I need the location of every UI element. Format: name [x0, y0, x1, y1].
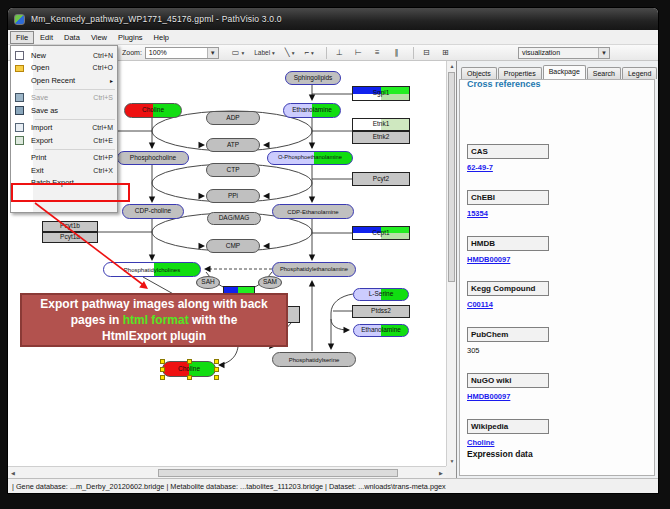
node-ethanolamine-2[interactable]: Ethanolamine: [353, 324, 409, 337]
selection-handle[interactable]: [187, 375, 192, 380]
align-center-button[interactable]: ⊥: [332, 46, 347, 59]
node-label: Choline: [142, 107, 164, 114]
connector-tool-button[interactable]: ⌐▾: [301, 46, 316, 59]
selection-handle[interactable]: [214, 367, 219, 372]
node-choline[interactable]: Choline: [124, 103, 182, 118]
menu-item-label: Open Recent: [31, 76, 75, 85]
file-menu-item-open-recent[interactable]: Open Recent▸: [11, 74, 117, 87]
node-label: Cept1: [372, 230, 389, 237]
vertical-scroll-thumb[interactable]: [448, 72, 455, 282]
canvas-vertical-scrollbar[interactable]: ▲ ▼: [446, 61, 456, 466]
tab-legend[interactable]: Legend: [622, 67, 657, 79]
gene-pcyt1b[interactable]: Pcyt1b: [42, 221, 98, 232]
node-label: Sphingolipids: [294, 75, 333, 82]
node-phosphatidylserine[interactable]: Phosphatidylserine: [272, 352, 356, 367]
node-phosphocholine[interactable]: Phosphocholine: [117, 151, 189, 165]
common-height-button[interactable]: ⊞: [438, 46, 453, 59]
menu-item-shortcut: Ctrl+X: [93, 167, 113, 174]
menu-view[interactable]: View: [86, 32, 112, 43]
node-adp[interactable]: ADP: [206, 111, 260, 125]
chevron-down-icon[interactable]: ▾: [311, 50, 314, 56]
file-menu-item-open[interactable]: OpenCtrl+O: [11, 62, 117, 75]
scroll-right-icon[interactable]: ▶: [436, 468, 446, 478]
file-menu-item-print[interactable]: PrintCtrl+P: [11, 152, 117, 165]
node-sah[interactable]: SAH: [196, 276, 220, 289]
node-sphingolipids[interactable]: Sphingolipids: [285, 71, 341, 85]
gene-pcyt2[interactable]: Pcyt2: [352, 172, 410, 186]
zoom-combobox[interactable]: 100% ▼: [145, 47, 219, 59]
menu-data[interactable]: Data: [59, 32, 85, 43]
gene-etnk1[interactable]: Etnk1: [352, 118, 410, 131]
crossref-link[interactable]: HMDB00097: [467, 392, 549, 401]
node-cmp[interactable]: CMP: [206, 239, 260, 253]
file-menu-item-save[interactable]: SaveCtrl+S: [11, 92, 117, 105]
node-cdp-ethanolamine[interactable]: CDP-Ethanolamine: [272, 204, 354, 219]
tab-properties[interactable]: Properties: [498, 67, 542, 79]
menu-item-shortcut: Ctrl+M: [92, 124, 113, 131]
distribute-vertical-icon: ∥: [394, 48, 398, 57]
crossref-link[interactable]: 62-49-7: [467, 163, 549, 172]
tab-backpage[interactable]: Backpage: [543, 65, 586, 79]
selection-handle[interactable]: [160, 359, 165, 364]
label-tool-button[interactable]: Label▾: [251, 46, 278, 59]
file-menu-item-exit[interactable]: ExitCtrl+X: [11, 164, 117, 177]
menu-help[interactable]: Help: [149, 32, 174, 43]
node-atp[interactable]: ATP: [206, 138, 260, 152]
datanode-tool-button[interactable]: ▭▾: [229, 46, 247, 59]
file-menu-item-import[interactable]: ImportCtrl+M: [11, 122, 117, 135]
selection-handle[interactable]: [214, 375, 219, 380]
selection-handle[interactable]: [160, 375, 165, 380]
scroll-left-icon[interactable]: ◀: [8, 468, 18, 478]
tab-objects[interactable]: Objects: [461, 67, 497, 79]
horizontal-scroll-thumb[interactable]: [158, 469, 398, 477]
align-middle-button[interactable]: ⊢: [351, 46, 366, 59]
gene-pcyt1a[interactable]: Pcyt1a: [42, 232, 98, 243]
common-width-button[interactable]: ⊟: [419, 46, 434, 59]
chevron-down-icon[interactable]: ▾: [292, 50, 295, 56]
crossref-link[interactable]: C00114: [467, 300, 549, 309]
crossref-link[interactable]: Choline: [467, 438, 549, 447]
chevron-down-icon[interactable]: ▼: [598, 48, 609, 58]
tab-search[interactable]: Search: [587, 67, 621, 79]
export-icon: [15, 136, 24, 145]
node-o-phosphoethanolamine[interactable]: O-Phosphoethanolamine: [267, 151, 353, 165]
distribute-horizontal-button[interactable]: ≡: [370, 46, 385, 59]
crossref-link[interactable]: HMDB00097: [467, 255, 549, 264]
chevron-down-icon[interactable]: ▾: [241, 50, 244, 56]
gene-sgpl1[interactable]: Sgpl1: [352, 86, 410, 101]
node-cdp-choline[interactable]: CDP-choline: [122, 204, 184, 219]
crossref-title: CAS: [467, 144, 549, 159]
chevron-down-icon[interactable]: ▾: [272, 50, 275, 56]
file-menu-item-export[interactable]: ExportCtrl+E: [11, 134, 117, 147]
node-choline-selected[interactable]: Choline: [162, 361, 216, 377]
node-l-serine[interactable]: L-Serine: [353, 288, 409, 301]
node-ctp[interactable]: CTP: [206, 163, 260, 177]
node-phosphatidylethanolamine[interactable]: Phosphatidylethanolamine: [272, 262, 356, 277]
menu-plugins[interactable]: Plugins: [113, 32, 148, 43]
node-sam[interactable]: SAM: [258, 276, 282, 289]
visualization-combobox[interactable]: visualization ▼: [518, 47, 610, 59]
align-middle-icon: ⊢: [355, 48, 362, 57]
crossref-title: PubChem: [467, 327, 549, 342]
gene-cept1[interactable]: Cept1: [352, 226, 410, 240]
canvas-horizontal-scrollbar[interactable]: ◀ ▶: [8, 466, 446, 478]
selection-handle[interactable]: [187, 359, 192, 364]
node-ethanolamine[interactable]: Ethanolamine: [283, 103, 341, 118]
distribute-vertical-button[interactable]: ∥: [389, 46, 404, 59]
file-menu-item-save-as[interactable]: Save as: [11, 104, 117, 117]
node-ppi[interactable]: PPi: [206, 189, 260, 203]
selection-handle[interactable]: [160, 367, 165, 372]
expression-data-heading: Expression data: [467, 449, 533, 459]
node-phosphatidylcholines[interactable]: Phosphatidylcholines: [103, 262, 201, 277]
line-tool-button[interactable]: ╲▾: [282, 46, 298, 59]
chevron-down-icon[interactable]: ▼: [207, 48, 218, 58]
selection-handle[interactable]: [214, 359, 219, 364]
crossref-title: HMDB: [467, 236, 549, 251]
file-menu-item-new[interactable]: NewCtrl+N: [11, 49, 117, 62]
gene-etnk2[interactable]: Etnk2: [352, 131, 410, 144]
node-dag-mag[interactable]: DAG/MAG: [207, 212, 261, 225]
menu-edit[interactable]: Edit: [35, 32, 58, 43]
gene-ptdss2[interactable]: Ptdss2: [352, 305, 410, 318]
menu-file[interactable]: File: [10, 31, 34, 44]
crossref-link[interactable]: 15354: [467, 209, 549, 218]
